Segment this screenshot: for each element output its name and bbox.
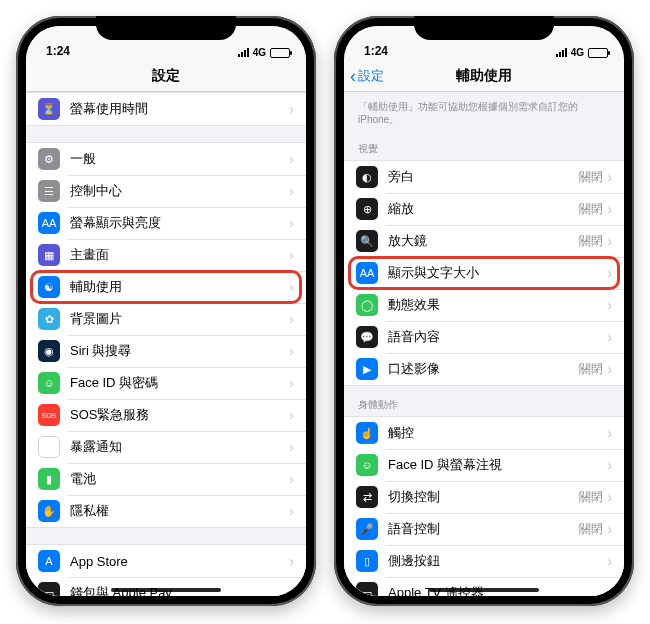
row-label: 一般 bbox=[70, 150, 289, 168]
settings-row[interactable]: 💬語音內容› bbox=[344, 321, 624, 353]
nav-bar: ‹ 設定 輔助使用 bbox=[344, 60, 624, 92]
row-label: 背景圖片 bbox=[70, 310, 289, 328]
chevron-right-icon: › bbox=[289, 503, 294, 519]
settings-row[interactable]: SOSSOS緊急服務› bbox=[26, 399, 306, 431]
row-label: 側邊按鈕 bbox=[388, 552, 607, 570]
back-button[interactable]: ‹ 設定 bbox=[350, 67, 384, 85]
row-label: Siri 與搜尋 bbox=[70, 342, 289, 360]
voice-ctrl-icon: 🎤 bbox=[356, 518, 378, 540]
row-value: 關閉 bbox=[579, 169, 603, 186]
row-label: 動態效果 bbox=[388, 296, 607, 314]
row-label: 輔助使用 bbox=[70, 278, 289, 296]
status-right: 4G bbox=[556, 47, 608, 58]
settings-row[interactable]: 🎤語音控制關閉› bbox=[344, 513, 624, 545]
battery-icon bbox=[588, 48, 608, 58]
row-label: App Store bbox=[70, 554, 289, 569]
chevron-right-icon: › bbox=[289, 585, 294, 596]
screen-settings: 1:24 4G 設定 ⏳螢幕使用時間›⚙一般›☰控制中心›AA螢幕顯示與亮度›▦… bbox=[26, 26, 306, 596]
settings-row[interactable]: ☯輔助使用› bbox=[26, 271, 306, 303]
spoken-icon: 💬 bbox=[356, 326, 378, 348]
back-label: 設定 bbox=[358, 67, 384, 85]
chevron-right-icon: › bbox=[607, 361, 612, 377]
row-label: 語音內容 bbox=[388, 328, 607, 346]
switches-icon: ☰ bbox=[38, 180, 60, 202]
side-btn-icon: ▯ bbox=[356, 550, 378, 572]
row-label: 螢幕使用時間 bbox=[70, 100, 289, 118]
settings-row[interactable]: ▮電池› bbox=[26, 463, 306, 495]
status-time: 1:24 bbox=[364, 44, 388, 58]
motion-icon: ◯ bbox=[356, 294, 378, 316]
home-indicator[interactable] bbox=[111, 588, 221, 592]
touch-icon: ☝ bbox=[356, 422, 378, 444]
section-header: 視覺 bbox=[344, 130, 624, 160]
battery-icon: ▮ bbox=[38, 468, 60, 490]
home-indicator[interactable] bbox=[429, 588, 539, 592]
settings-row[interactable]: ☺Face ID 與密碼› bbox=[26, 367, 306, 399]
settings-list[interactable]: ⏳螢幕使用時間›⚙一般›☰控制中心›AA螢幕顯示與亮度›▦主畫面›☯輔助使用›✿… bbox=[26, 92, 306, 596]
screen-aa-icon: AA bbox=[38, 212, 60, 234]
chevron-right-icon: › bbox=[607, 521, 612, 537]
chevron-right-icon: › bbox=[289, 375, 294, 391]
settings-row[interactable]: ▭錢包與 Apple Pay› bbox=[26, 577, 306, 596]
chevron-right-icon: › bbox=[289, 247, 294, 263]
row-value: 關閉 bbox=[579, 489, 603, 506]
settings-row[interactable]: ▶口述影像關閉› bbox=[344, 353, 624, 385]
apple-tv-icon: ▭ bbox=[356, 582, 378, 596]
chevron-right-icon: › bbox=[607, 425, 612, 441]
settings-row[interactable]: AA螢幕顯示與亮度› bbox=[26, 207, 306, 239]
settings-row[interactable]: ◉Siri 與搜尋› bbox=[26, 335, 306, 367]
settings-row[interactable]: ⊕縮放關閉› bbox=[344, 193, 624, 225]
settings-row[interactable]: ✋隱私權› bbox=[26, 495, 306, 527]
settings-row[interactable]: AA顯示與文字大小› bbox=[344, 257, 624, 289]
phone-settings: 1:24 4G 設定 ⏳螢幕使用時間›⚙一般›☰控制中心›AA螢幕顯示與亮度›▦… bbox=[16, 16, 316, 606]
row-value: 關閉 bbox=[579, 233, 603, 250]
notch bbox=[414, 16, 554, 40]
chevron-right-icon: › bbox=[607, 297, 612, 313]
row-label: 旁白 bbox=[388, 168, 579, 186]
row-label: Face ID 與螢幕注視 bbox=[388, 456, 607, 474]
settings-row[interactable]: ⇄切換控制關閉› bbox=[344, 481, 624, 513]
chevron-right-icon: › bbox=[607, 457, 612, 473]
chevron-right-icon: › bbox=[607, 329, 612, 345]
faceid-icon: ☺ bbox=[38, 372, 60, 394]
battery-icon bbox=[270, 48, 290, 58]
row-label: 口述影像 bbox=[388, 360, 579, 378]
settings-row[interactable]: ⚙一般› bbox=[26, 143, 306, 175]
appstore-icon: A bbox=[38, 550, 60, 572]
settings-row[interactable]: ▦主畫面› bbox=[26, 239, 306, 271]
row-label: 主畫面 bbox=[70, 246, 289, 264]
siri-icon: ◉ bbox=[38, 340, 60, 362]
row-value: 關閉 bbox=[579, 201, 603, 218]
settings-row[interactable]: ◯動態效果› bbox=[344, 289, 624, 321]
sos-icon: SOS bbox=[38, 404, 60, 426]
settings-row[interactable]: AApp Store› bbox=[26, 545, 306, 577]
row-label: 觸控 bbox=[388, 424, 607, 442]
settings-row[interactable]: ✱暴露通知› bbox=[26, 431, 306, 463]
zoom-icon: ⊕ bbox=[356, 198, 378, 220]
settings-row[interactable]: ☺Face ID 與螢幕注視› bbox=[344, 449, 624, 481]
chevron-right-icon: › bbox=[289, 311, 294, 327]
chevron-right-icon: › bbox=[289, 101, 294, 117]
settings-row[interactable]: ☝觸控› bbox=[344, 417, 624, 449]
settings-row[interactable]: ⏳螢幕使用時間› bbox=[26, 93, 306, 125]
settings-row[interactable]: 🔍放大鏡關閉› bbox=[344, 225, 624, 257]
chevron-right-icon: › bbox=[289, 151, 294, 167]
settings-row[interactable]: ▭Apple TV 遙控器› bbox=[344, 577, 624, 596]
settings-row[interactable]: ✿背景圖片› bbox=[26, 303, 306, 335]
row-value: 關閉 bbox=[579, 521, 603, 538]
chevron-right-icon: › bbox=[607, 265, 612, 281]
row-label: 縮放 bbox=[388, 200, 579, 218]
row-label: 暴露通知 bbox=[70, 438, 289, 456]
chevron-right-icon: › bbox=[607, 233, 612, 249]
settings-row[interactable]: ◐旁白關閉› bbox=[344, 161, 624, 193]
chevron-right-icon: › bbox=[289, 439, 294, 455]
row-label: 切換控制 bbox=[388, 488, 579, 506]
face-attn-icon: ☺ bbox=[356, 454, 378, 476]
row-label: 放大鏡 bbox=[388, 232, 579, 250]
chevron-right-icon: › bbox=[289, 471, 294, 487]
settings-row[interactable]: ▯側邊按鈕› bbox=[344, 545, 624, 577]
nav-title: 輔助使用 bbox=[456, 67, 512, 85]
settings-row[interactable]: ☰控制中心› bbox=[26, 175, 306, 207]
chevron-right-icon: › bbox=[289, 407, 294, 423]
accessibility-list[interactable]: 「輔助使用」功能可協助您根據個別需求自訂您的iPhone。視覺◐旁白關閉›⊕縮放… bbox=[344, 92, 624, 596]
